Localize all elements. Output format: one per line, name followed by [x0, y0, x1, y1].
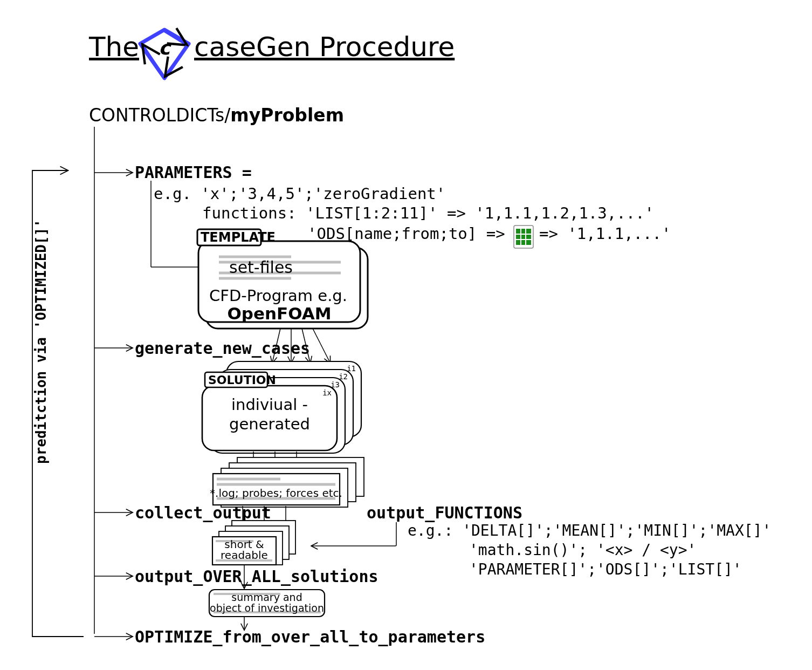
solution-box: i1 i2 i3 ix SOLUTION indiviual - generat…	[202, 361, 361, 453]
svg-rect-7	[516, 229, 531, 245]
root-path: CONTROLDICTs/myProblem	[89, 105, 344, 126]
title-post: caseGen Procedure	[194, 31, 455, 63]
short-line2: readable	[221, 549, 268, 562]
parameters-heading: PARAMETERS =	[135, 163, 252, 182]
page-title: The caseGen Procedure c	[88, 30, 455, 78]
parameters-example: e.g. 'x';'3,4,5';'zeroGradient'	[154, 184, 445, 203]
ods-right: => '1,1.1,...'	[539, 224, 671, 243]
output-functions-title: output_FUNCTIONS	[367, 503, 522, 522]
functions-line: functions: 'LIST[1:2:11]' => '1,1.1,1.2,…	[202, 204, 654, 222]
solution-label: SOLUTION	[208, 373, 276, 387]
output-functions-line3: 'PARAMETER[]';'ODS[]';'LIST[]'	[469, 560, 742, 578]
spreadsheet-icon	[514, 225, 533, 248]
individual-line1: indiviual -	[231, 395, 308, 414]
log-sheets: *.log; probes; forces etc.	[210, 457, 364, 507]
ods-left: 'ODS[name;from;to] =>	[307, 224, 505, 243]
output-functions-line2: 'math.sin()'; '<x> / <y>'	[469, 541, 696, 559]
output-functions-eg: e.g.: 'DELTA[]';'MEAN[]';'MIN[]';'MAX[]'	[408, 522, 771, 539]
summary-line2: object of investigation	[210, 602, 324, 614]
summary-line1: summary and	[231, 591, 302, 603]
cfd-name: OpenFOAM	[227, 304, 331, 323]
solution-ix: ix	[322, 388, 332, 397]
collect-output: collect_output	[135, 503, 271, 522]
title-pre: The	[88, 31, 139, 63]
svg-text:c: c	[159, 37, 171, 59]
prediction-side-label: preditction via 'OPTIMIZED[]'	[33, 219, 49, 464]
short-readable-sheets: short & readable	[212, 521, 295, 565]
cfd-line: CFD-Program e.g.	[209, 286, 347, 305]
svg-text:caseGen Procedure: caseGen Procedure	[194, 31, 455, 63]
svg-text:The: The	[88, 31, 139, 63]
generate-new-cases: generate_new_cases	[135, 339, 310, 358]
individual-line2: generated	[229, 415, 310, 433]
optimize-label: OPTIMIZE_from_over_all_to_parameters	[135, 627, 485, 646]
root-name: myProblem	[230, 105, 344, 126]
template-box: TEMPLATE set-files CFD-Program e.g. Open…	[197, 229, 368, 329]
root-prefix: CONTROLDICTs/	[89, 105, 231, 126]
casegen-logo-icon: c	[140, 30, 189, 78]
logs-label: *.log; probes; forces etc.	[210, 487, 342, 500]
output-over-all: output_OVER_ALL_solutions	[135, 567, 379, 586]
summary-sheet: summary and object of investigation	[209, 590, 325, 617]
set-files-label: set-files	[229, 258, 293, 277]
svg-line-25	[313, 329, 330, 363]
template-label: TEMPLATE	[201, 230, 276, 245]
